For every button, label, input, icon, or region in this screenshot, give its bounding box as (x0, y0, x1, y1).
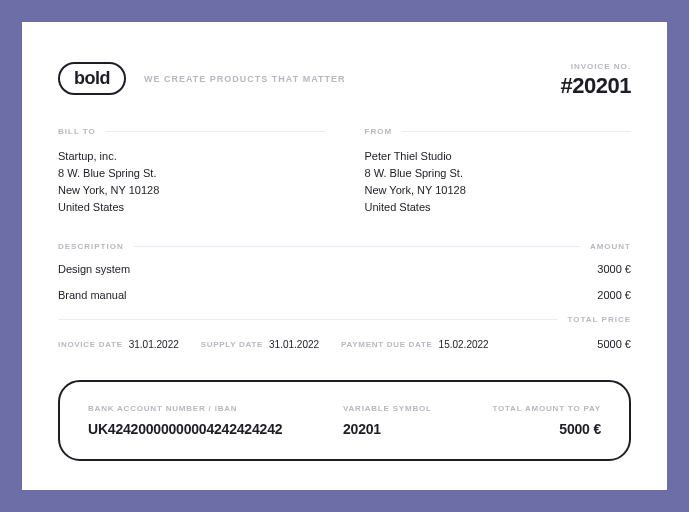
total-to-pay-label: TOTAL AMOUNT TO PAY (492, 404, 601, 413)
from-label: FROM (365, 127, 393, 136)
payment-due-group: PAYMENT DUE DATE 15.02.2022 (341, 339, 489, 350)
divider (402, 131, 631, 132)
invoice-number: #20201 (561, 73, 631, 99)
variable-symbol-label: VARIABLE SYMBOL (343, 404, 432, 413)
total-to-pay-value: 5000 € (492, 421, 601, 437)
line-item: Design system 3000 € (58, 263, 631, 275)
invoice-date-group: INOVICE DATE 31.01.2022 (58, 339, 179, 350)
total-price-value: 5000 € (597, 338, 631, 350)
iban-value: UK42420000000004242424242 (88, 421, 282, 437)
dates-row: INOVICE DATE 31.01.2022 SUPPLY DATE 31.0… (58, 338, 631, 350)
items-header: DESCRIPTION AMOUNT (58, 242, 631, 251)
from-line: United States (365, 199, 632, 216)
total-to-pay-group: TOTAL AMOUNT TO PAY 5000 € (492, 404, 601, 437)
iban-label: BANK ACCOUNT NUMBER / IBAN (88, 404, 282, 413)
from: FROM Peter Thiel Studio 8 W. Blue Spring… (365, 127, 632, 216)
variable-symbol-group: VARIABLE SYMBOL 20201 (343, 404, 432, 437)
item-amount: 2000 € (597, 289, 631, 301)
iban-group: BANK ACCOUNT NUMBER / IBAN UK42420000000… (88, 404, 282, 437)
invoice-number-label: INVOICE NO. (561, 62, 631, 71)
supply-date: 31.01.2022 (269, 339, 319, 350)
divider (134, 246, 580, 247)
bill-to-label: BILL TO (58, 127, 96, 136)
brand-group: bold WE CREATE PRODUCTS THAT MATTER (58, 62, 346, 95)
item-amount: 3000 € (597, 263, 631, 275)
divider (106, 131, 325, 132)
invoice-date: 31.01.2022 (129, 339, 179, 350)
variable-symbol-value: 20201 (343, 421, 432, 437)
from-line: New York, NY 10128 (365, 182, 632, 199)
divider (58, 319, 558, 320)
total-price-label: TOTAL PRICE (568, 315, 631, 324)
item-desc: Design system (58, 263, 130, 275)
description-label: DESCRIPTION (58, 242, 124, 251)
invoice-number-group: INVOICE NO. #20201 (561, 62, 631, 99)
amount-label: AMOUNT (590, 242, 631, 251)
from-line: Peter Thiel Studio (365, 148, 632, 165)
bill-to-line: New York, NY 10128 (58, 182, 325, 199)
item-desc: Brand manual (58, 289, 127, 301)
header: bold WE CREATE PRODUCTS THAT MATTER INVO… (58, 62, 631, 99)
from-line: 8 W. Blue Spring St. (365, 165, 632, 182)
parties: BILL TO Startup, inc. 8 W. Blue Spring S… (58, 127, 631, 216)
payment-summary: BANK ACCOUNT NUMBER / IBAN UK42420000000… (58, 380, 631, 461)
invoice-page: bold WE CREATE PRODUCTS THAT MATTER INVO… (22, 22, 667, 490)
logo: bold (58, 62, 126, 95)
payment-due-date: 15.02.2022 (439, 339, 489, 350)
bill-to-line: 8 W. Blue Spring St. (58, 165, 325, 182)
line-item: Brand manual 2000 € (58, 289, 631, 301)
bill-to-line: Startup, inc. (58, 148, 325, 165)
payment-due-label: PAYMENT DUE DATE (341, 340, 433, 349)
bill-to-line: United States (58, 199, 325, 216)
invoice-date-label: INOVICE DATE (58, 340, 123, 349)
total-price-row: TOTAL PRICE (58, 315, 631, 324)
tagline: WE CREATE PRODUCTS THAT MATTER (144, 74, 346, 84)
bill-to: BILL TO Startup, inc. 8 W. Blue Spring S… (58, 127, 325, 216)
supply-date-label: SUPPLY DATE (201, 340, 263, 349)
supply-date-group: SUPPLY DATE 31.01.2022 (201, 339, 319, 350)
